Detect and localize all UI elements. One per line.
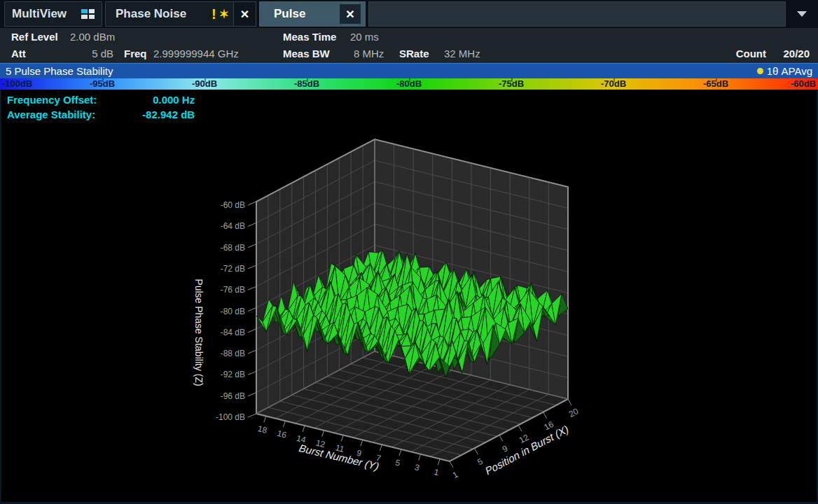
tab-multiview-label: MultiView (12, 7, 67, 21)
ref-level-value[interactable]: 2.00 dBm (70, 31, 115, 43)
svg-text:-92 dB: -92 dB (221, 370, 245, 379)
close-icon: ✕ (240, 8, 249, 21)
svg-text:20: 20 (567, 406, 581, 419)
meas-bw-value[interactable]: 8 MHz (354, 48, 384, 59)
count-label: Count (736, 48, 766, 59)
average-stability-label: Average Stability: (7, 108, 127, 120)
window-title: 5 Pulse Phase Stability (6, 65, 757, 77)
freq-value[interactable]: 2.999999944 GHz (153, 48, 239, 59)
srate-label: SRate (399, 48, 429, 59)
svg-text:18: 18 (257, 424, 269, 435)
colorbar-tick (614, 78, 615, 82)
count-value: 20/20 (783, 48, 810, 59)
result-readout: Frequency Offset: 0.000 Hz Average Stabi… (7, 94, 195, 123)
svg-text:1: 1 (433, 467, 440, 477)
svg-text:-84 dB: -84 dB (221, 328, 245, 337)
instrument-screen: MultiView Phase Noise ! ✶ ✕ Pulse ✕ Ref … (0, 0, 818, 504)
srate-value[interactable]: 32 MHz (444, 48, 480, 59)
freq-label: Freq (124, 48, 147, 59)
colorbar-tick (716, 78, 717, 82)
warning-exclamation-icon: ! (212, 6, 216, 22)
frequency-offset-label: Frequency Offset: (7, 94, 127, 106)
trace-active-dot-icon (757, 68, 763, 74)
svg-text:Pulse Phase Stability (Z): Pulse Phase Stability (Z) (193, 279, 204, 386)
colorbar-tick (307, 78, 308, 82)
settings-header: Ref Level 2.00 dBm Meas Time 20 ms Att 5… (0, 28, 818, 63)
meas-time-value[interactable]: 20 ms (350, 31, 379, 43)
svg-text:1: 1 (451, 470, 460, 481)
meas-bw-label: Meas BW (283, 48, 330, 59)
colorbar-tick (409, 78, 410, 82)
svg-text:5: 5 (476, 456, 485, 468)
colorbar-label: -60dB (791, 78, 816, 90)
svg-text:-76 dB: -76 dB (221, 285, 245, 295)
svg-text:-96 dB: -96 dB (221, 391, 245, 401)
svg-text:-72 dB: -72 dB (221, 264, 245, 274)
tab-bar-empty-area (368, 1, 786, 27)
att-value[interactable]: 5 dB (70, 48, 113, 59)
tab-pulse-label: Pulse (274, 7, 340, 21)
svg-text:16: 16 (276, 428, 288, 440)
ref-level-label: Ref Level (11, 31, 58, 43)
warning-star-icon: ✶ (219, 7, 229, 22)
z-axis: -60 dB-64 dB-68 dB-72 dB-76 dB-80 dB-84 … (193, 200, 256, 422)
colorbar-tick (102, 78, 104, 82)
tab-overflow-button[interactable] (786, 0, 818, 28)
meas-time-label: Meas Time (283, 31, 336, 43)
plot-area[interactable]: -60 dB-64 dB-68 dB-72 dB-76 dB-80 dB-84 … (0, 90, 818, 504)
tab-phase-noise[interactable]: Phase Noise ! ✶ ✕ (105, 1, 256, 27)
frequency-offset-value: 0.000 Hz (130, 94, 195, 106)
multiview-grid-icon (81, 9, 95, 19)
svg-text:3: 3 (414, 462, 421, 472)
colorbar-tick (511, 78, 513, 82)
svg-text:-64 dB: -64 dB (221, 221, 245, 231)
window-title-bar[interactable]: 5 Pulse Phase Stability 1θ APAvg (0, 63, 818, 78)
svg-text:-88 dB: -88 dB (221, 349, 245, 358)
close-icon: ✕ (345, 8, 354, 21)
tab-pulse-close-button[interactable]: ✕ (340, 4, 361, 24)
att-label: Att (11, 48, 26, 59)
svg-text:-68 dB: -68 dB (221, 243, 245, 253)
tab-phase-noise-label: Phase Noise (116, 7, 212, 21)
3d-surface-plot-canvas[interactable]: -60 dB-64 dB-68 dB-72 dB-76 dB-80 dB-84 … (1, 90, 817, 502)
svg-text:-60 dB: -60 dB (221, 200, 245, 210)
svg-text:-80 dB: -80 dB (221, 307, 245, 316)
trace-info: 1θ APAvg (767, 65, 812, 77)
colorbar-tick (204, 78, 206, 82)
tab-phase-noise-close-button[interactable]: ✕ (233, 2, 256, 26)
chevron-down-icon (797, 11, 807, 17)
svg-text:-100 dB: -100 dB (216, 412, 245, 422)
svg-text:5: 5 (394, 458, 401, 468)
colorbar-label: -100dB (2, 78, 32, 90)
tab-bar: MultiView Phase Noise ! ✶ ✕ Pulse ✕ (0, 0, 818, 28)
tab-multiview[interactable]: MultiView (4, 1, 102, 27)
color-scale-bar: -100dB-95dB-90dB-85dB-80dB-75dB-70dB-65d… (0, 78, 818, 90)
average-stability-value: -82.942 dB (130, 108, 195, 120)
tab-pulse[interactable]: Pulse ✕ (259, 1, 366, 27)
